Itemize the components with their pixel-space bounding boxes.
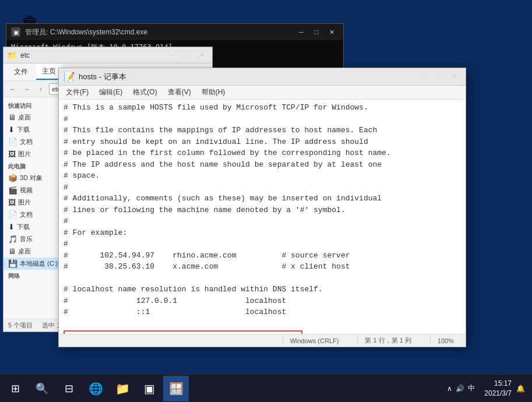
cmd-minimize-button[interactable]: ─ [294, 27, 308, 37]
sidebar-item-3d-label: 3D 对象 [20, 174, 43, 182]
hosts-line-12: # For example: [64, 228, 127, 237]
hosts-line-19: # ::1 localhost [64, 308, 286, 316]
sidebar-item-downloads2-label: 下载 [17, 223, 30, 231]
cmd-icon: ▣ [11, 27, 20, 37]
explorer-titlebar: 📁 etc ─ □ ✕ [3, 47, 212, 64]
hosts-line-5: # be placed in the first column followed… [64, 149, 391, 157]
explorer-tab-file[interactable]: 文件 [8, 65, 34, 79]
sidebar-item-desktop-label: 桌面 [18, 113, 31, 122]
expand-icon[interactable]: ∧ [447, 385, 452, 393]
explorer-window-controls: ─ □ ✕ [164, 50, 209, 61]
hosts-line-1: # This is a sample HOSTS file used by Mi… [64, 103, 368, 112]
menu-help[interactable]: 帮助(H) [197, 86, 230, 98]
local-disk-sidebar-icon: 💾 [8, 259, 17, 268]
encoding-status: Windows (CRLF) [283, 337, 346, 344]
hosts-line-7: # space. [64, 171, 100, 180]
desktop2-sidebar-icon: 🖥 [8, 247, 16, 256]
hosts-line-13: # [64, 239, 68, 248]
cmd-titlebar: ▣ 管理员: C:\Windows\system32\cmd.exe ─ □ ✕ [6, 24, 343, 40]
hosts-line-10: # lines or following the machine name de… [64, 206, 346, 214]
nav-up-button[interactable]: ↑ [35, 83, 47, 95]
notepad-content[interactable]: # This is a sample HOSTS file used by Mi… [59, 100, 466, 334]
sidebar-item-local-disk-label: 本地磁盘 (C:) [20, 259, 58, 268]
notepad-menubar: 文件(F) 编辑(E) 格式(O) 查看(V) 帮助(H) [59, 86, 466, 100]
notepad-close-button[interactable]: ✕ [447, 72, 461, 82]
menu-file[interactable]: 文件(F) [61, 86, 93, 98]
menu-edit[interactable]: 编辑(E) [94, 86, 127, 98]
volume-icon[interactable]: 🔊 [456, 385, 464, 393]
sidebar-item-desktop2-label: 桌面 [18, 247, 31, 256]
3d-sidebar-icon: 📦 [8, 174, 17, 182]
start-button[interactable]: ⊞ [2, 376, 28, 401]
notepad-titlebar: 📝 hosts - 记事本 ─ □ ✕ [59, 68, 466, 86]
taskbar-sys-icons: ∧ 🔊 中 [447, 383, 475, 393]
edge-taskbar-button[interactable]: 🌐 [83, 376, 108, 401]
taskbar-date-display: 2021/3/7 [484, 389, 512, 399]
hosts-line-6: # The IP address and the host name shoul… [64, 160, 382, 169]
explorer-title-text: etc [20, 51, 161, 59]
hosts-line-18: # 127.0.0.1 localhost [64, 297, 286, 305]
notepad-title-icon: 📝 [64, 71, 75, 82]
sidebar-item-documents2-label: 文档 [20, 210, 33, 219]
hosts-line-3: # This file contains the mappings of IP … [64, 126, 377, 135]
cmd-window-controls: ─ □ ✕ [294, 27, 339, 37]
cmd-title: 管理员: C:\Windows\system32\cmd.exe [25, 27, 290, 37]
zoom-status: 100% [430, 337, 461, 344]
cmd-maximize-button[interactable]: □ [309, 27, 323, 37]
video-sidebar-icon: 🎬 [8, 186, 17, 195]
hosts-line-2: # [64, 115, 68, 124]
desktop: 🗑 ▣ 管理员: C:\Windows\system32\cmd.exe ─ □… [0, 0, 532, 402]
sidebar-item-downloads-label: 下载 [17, 125, 30, 134]
hosts-line-15: # 38.25.63.10 x.acme.com # x client host [64, 262, 350, 271]
taskbar-right: ∧ 🔊 中 15:17 2021/3/7 🔔 [447, 379, 532, 399]
notepad-minimize-button[interactable]: ─ [417, 72, 431, 82]
notepad-title-text: hosts - 记事本 [79, 72, 413, 82]
desktop-sidebar-icon: 🖥 [8, 113, 16, 122]
nav-back-button[interactable]: ← [7, 83, 19, 95]
taskbar: ⊞ 🔍 ⊟ 🌐 📁 ▣ 🪟 ∧ 🔊 中 15:17 2021/3/7 🔔 [0, 374, 532, 402]
pictures-sidebar-icon: 🖼 [8, 150, 16, 158]
documents-sidebar-icon: 📄 [8, 137, 17, 146]
hosts-line-14: # 102.54.94.97 rhino.acme.com # source s… [64, 251, 350, 260]
explorer-items-count: 5 个项目 [8, 321, 33, 330]
search-button[interactable]: 🔍 [29, 376, 55, 401]
ime-icon[interactable]: 中 [468, 383, 475, 393]
sidebar-item-documents-label: 文档 [20, 137, 33, 146]
notepad-maximize-button[interactable]: □ [432, 72, 446, 82]
taskbar-time-display: 15:17 [484, 379, 512, 389]
hosts-highlighted-entry: 10.130.1.13 windows-kms-server.ks.qingcl… [64, 330, 302, 334]
hosts-line-4: # entry should be kept on an individual … [64, 137, 368, 146]
downloads2-sidebar-icon: ⬇ [8, 223, 15, 231]
explorer-title-icon: 📁 [7, 51, 17, 60]
sidebar-item-pictures-label: 图片 [18, 150, 31, 158]
documents2-sidebar-icon: 📄 [8, 210, 17, 219]
explorer-maximize-button[interactable]: □ [179, 50, 193, 61]
taskbar-clock[interactable]: 15:17 2021/3/7 [484, 379, 512, 399]
hosts-line-9: # Additionally, comments (such as these)… [64, 194, 382, 203]
hosts-line-8: # [64, 183, 68, 192]
music-sidebar-icon: 🎵 [8, 235, 17, 244]
task-view-button[interactable]: ⊟ [56, 376, 82, 401]
sidebar-item-video-label: 视频 [20, 186, 33, 195]
sidebar-item-pictures2-label: 图片 [18, 198, 31, 207]
pictures2-sidebar-icon: 🖼 [8, 198, 16, 207]
notepad-window-controls: ─ □ ✕ [417, 72, 461, 82]
notification-button[interactable]: 🔔 [516, 385, 525, 393]
notepad-window[interactable]: 📝 hosts - 记事本 ─ □ ✕ 文件(F) 编辑(E) 格式(O) 查看… [58, 68, 466, 347]
hosts-line-11: # [64, 217, 68, 225]
taskbar-left: ⊞ 🔍 ⊟ 🌐 📁 ▣ 🪟 [0, 376, 189, 401]
cmd-taskbar-button[interactable]: ▣ [136, 376, 162, 401]
nav-forward-button[interactable]: → [21, 83, 33, 95]
sidebar-item-music-label: 音乐 [20, 235, 33, 244]
hosts-line-17: # localhost name resolution is handled w… [64, 285, 323, 294]
explorer-close-button[interactable]: ✕ [195, 50, 209, 61]
menu-format[interactable]: 格式(O) [128, 86, 161, 98]
downloads-sidebar-icon: ⬇ [8, 125, 15, 134]
notepad-statusbar: Windows (CRLF) 第 1 行，第 1 列 100% [59, 334, 466, 347]
menu-view[interactable]: 查看(V) [163, 86, 196, 98]
file-explorer-taskbar-button[interactable]: 📁 [110, 376, 135, 401]
position-status: 第 1 行，第 1 列 [357, 336, 418, 345]
cmd-close-button[interactable]: ✕ [325, 27, 339, 37]
explorer-minimize-button[interactable]: ─ [164, 50, 178, 61]
powershell-taskbar-button[interactable]: 🪟 [163, 376, 189, 401]
